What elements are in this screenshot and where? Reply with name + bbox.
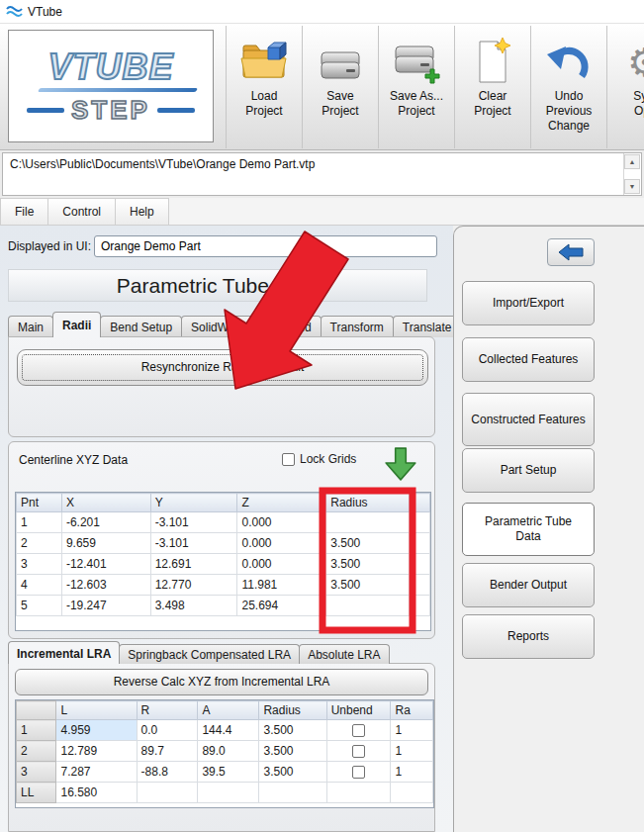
column-header: X — [61, 494, 150, 512]
scroll-up-icon[interactable]: ▲ — [624, 154, 640, 169]
grid-cell[interactable]: 3.500 — [326, 533, 410, 554]
menu-file[interactable]: File — [0, 198, 48, 226]
grid-cell[interactable]: -88.8 — [137, 762, 198, 783]
grid-cell — [391, 783, 433, 803]
tab-solidworks[interactable]: SolidWorks — [181, 316, 260, 337]
lock-grids-checkbox[interactable] — [282, 453, 295, 466]
tab-translate[interactable]: Translate — [393, 316, 462, 337]
reverse-calc-button[interactable]: Reverse Calc XYZ from Incremental LRA — [15, 669, 428, 695]
grid-cell[interactable]: 0.000 — [237, 554, 326, 575]
save-project-button[interactable]: Save Project — [302, 26, 378, 148]
grid-cell — [326, 762, 391, 783]
grid-cell[interactable]: 12.691 — [150, 554, 237, 575]
lock-grids-control[interactable]: Lock Grids — [282, 452, 356, 466]
tab-main[interactable]: Main — [8, 316, 53, 337]
toolbar-button-label: Clear Project — [455, 89, 530, 119]
grid-cell — [137, 783, 198, 803]
grid-cell[interactable]: 9.659 — [61, 533, 150, 554]
grid-cell[interactable]: 25.694 — [237, 596, 326, 616]
centerline-grid[interactable]: Pnt X Y Z Radius 1 -6.201 -3.101 0.000 2 — [15, 492, 431, 631]
undo-previous-change-button[interactable]: Undo Previous Change — [530, 26, 606, 148]
collapse-sidebar-button[interactable] — [547, 238, 595, 266]
sidebar-item-collected-features[interactable]: Collected Features — [462, 337, 595, 382]
sidebar-item-import-export[interactable]: Import/Export — [462, 281, 595, 325]
grid-cell[interactable]: 12.770 — [150, 575, 237, 596]
grid-cell[interactable]: 0.0 — [137, 720, 198, 741]
green-down-arrow-icon[interactable] — [383, 444, 418, 484]
save-project-icon — [303, 32, 378, 85]
unbend-checkbox[interactable] — [352, 745, 365, 758]
grid-cell[interactable]: 39.5 — [198, 762, 259, 783]
grid-cell[interactable]: 89.0 — [198, 741, 259, 762]
grid-cell[interactable]: -6.201 — [61, 512, 150, 533]
save-as-project-button[interactable]: Save As... Project — [378, 26, 454, 148]
grid-cell[interactable]: 12.789 — [56, 741, 137, 762]
grid-cell-selected[interactable]: 4.959 — [56, 720, 137, 741]
grid-cell[interactable]: 16.580 — [56, 783, 137, 803]
displayed-in-ui-input[interactable] — [94, 235, 437, 257]
tab-incremental-lra[interactable]: Incremental LRA — [8, 641, 120, 664]
grid-cell[interactable]: -12.603 — [61, 575, 150, 596]
menu-help[interactable]: Help — [116, 198, 169, 226]
grid-cell[interactable]: 1 — [391, 762, 433, 783]
grid-cell[interactable]: 2 — [17, 533, 62, 554]
grid-cell[interactable]: 3.500 — [259, 762, 326, 783]
load-project-button[interactable]: Load Project — [226, 26, 302, 148]
grid-cell[interactable]: 3.498 — [150, 596, 237, 616]
grid-cell[interactable]: 0.000 — [237, 533, 326, 554]
project-path-row: C:\Users\Public\Documents\VTube\Orange D… — [0, 150, 644, 198]
path-scrollbar[interactable]: ▲ ▼ — [623, 153, 641, 195]
grid-cell[interactable]: 5 — [17, 596, 62, 616]
lra-grid[interactable]: L R A Radius Unbend Ra 1 4.959 0.0 144.4… — [15, 699, 434, 808]
sidebar-item-part-setup[interactable]: Part Setup — [462, 448, 595, 493]
unbend-checkbox[interactable] — [352, 766, 365, 779]
sidebar-item-parametric-tube-data[interactable]: Parametric Tube Data — [462, 503, 595, 556]
grid-cell[interactable]: -19.247 — [61, 596, 150, 616]
lra-panel: Reverse Calc XYZ from Incremental LRA L … — [8, 663, 435, 832]
tab-unbend[interactable]: Unbend — [260, 316, 322, 337]
load-project-icon — [227, 32, 302, 85]
grid-cell[interactable]: 3.500 — [326, 575, 410, 596]
grid-cell[interactable]: 4 — [17, 575, 62, 596]
grid-cell[interactable]: 3.500 — [259, 741, 326, 762]
tab-bend-setup[interactable]: Bend Setup — [100, 316, 182, 337]
tab-absolute-lra[interactable]: Absolute LRA — [299, 644, 389, 664]
tab-radii[interactable]: Radii — [52, 312, 101, 337]
grid-cell[interactable]: 0.000 — [237, 512, 326, 533]
logo-line2: STEP — [71, 97, 150, 123]
grid-cell[interactable]: 7.287 — [56, 762, 137, 783]
grid-cell[interactable]: 11.981 — [237, 575, 326, 596]
grid-cell[interactable]: -12.401 — [61, 554, 150, 575]
grid-cell[interactable]: 89.7 — [137, 741, 198, 762]
sidebar-item-constructed-features[interactable]: Constructed Features — [462, 393, 595, 446]
table-row: 2 9.659 -3.101 0.000 3.500 — [17, 533, 430, 554]
sidebar-item-bender-output[interactable]: Bender Output — [462, 563, 595, 607]
system-options-button[interactable]: ⚙ Syst Opti — [606, 26, 644, 148]
lra-tab-strip: Incremental LRA Springback Compensated L… — [8, 641, 389, 664]
resynchronize-radii-button[interactable]: Resynchronize Radii to Default — [17, 349, 428, 386]
column-header: Z — [237, 494, 326, 512]
sidebar-item-reports[interactable]: Reports — [462, 614, 595, 659]
scroll-down-icon[interactable]: ▼ — [624, 179, 640, 194]
grid-cell[interactable]: 1 — [391, 741, 433, 762]
grid-cell — [410, 554, 430, 575]
clear-project-button[interactable]: Clear Project — [454, 26, 530, 148]
project-path-box[interactable]: C:\Users\Public\Documents\VTube\Orange D… — [2, 152, 642, 196]
grid-cell[interactable]: 3.500 — [326, 554, 410, 575]
grid-cell[interactable]: 3 — [17, 554, 62, 575]
tab-springback-lra[interactable]: Springback Compensated LRA — [119, 644, 300, 664]
grid-cell[interactable] — [326, 512, 410, 533]
grid-cell[interactable]: -3.101 — [150, 533, 237, 554]
grid-cell[interactable]: -3.101 — [150, 512, 237, 533]
tab-transform[interactable]: Transform — [321, 316, 394, 337]
grid-cell[interactable]: 144.4 — [198, 720, 259, 741]
menu-control[interactable]: Control — [48, 198, 116, 226]
unbend-checkbox[interactable] — [352, 724, 365, 737]
grid-cell[interactable] — [326, 596, 410, 616]
grid-cell — [326, 783, 391, 803]
grid-cell[interactable]: 1 — [17, 512, 62, 533]
title-bar: VTube — [0, 0, 644, 24]
row-header: 2 — [17, 741, 56, 762]
grid-cell[interactable]: 1 — [391, 720, 433, 741]
grid-cell[interactable]: 3.500 — [259, 720, 326, 741]
